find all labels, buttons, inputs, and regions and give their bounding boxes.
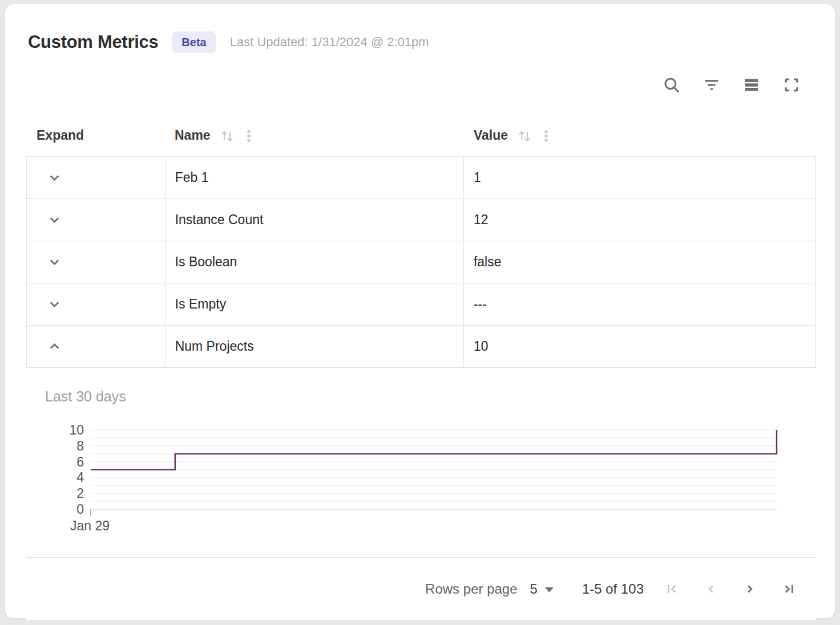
expand-cell xyxy=(27,199,165,241)
chevron-down-icon xyxy=(47,255,62,269)
column-menu-icon[interactable] xyxy=(241,127,256,144)
svg-text:Jan 29: Jan 29 xyxy=(70,518,110,533)
expand-row-button[interactable] xyxy=(44,294,65,315)
page-header: Custom Metrics Beta Last Updated: 1/31/2… xyxy=(28,27,429,58)
density-button[interactable] xyxy=(740,74,763,96)
expand-row-button[interactable] xyxy=(44,251,65,273)
row-name: Is Boolean xyxy=(175,254,237,270)
search-button[interactable] xyxy=(660,74,683,96)
expand-cell xyxy=(27,326,165,367)
chevron-down-icon xyxy=(545,587,554,592)
detail-panel: Last 30 days 0246810Jan 29 xyxy=(26,368,816,557)
svg-text:4: 4 xyxy=(76,470,84,485)
name-cell: Feb 1 xyxy=(165,157,464,198)
value-cell: 1 xyxy=(464,157,815,198)
rows-per-page-value: 5 xyxy=(530,581,538,597)
name-cell: Num Projects xyxy=(165,326,464,367)
previous-page-button[interactable] xyxy=(700,578,722,600)
row-name: Num Projects xyxy=(175,339,254,354)
name-cell: Instance Count xyxy=(165,199,464,241)
expand-row-button[interactable] xyxy=(44,336,65,357)
data-grid: Expand Name Value xyxy=(26,115,816,620)
svg-text:10: 10 xyxy=(69,423,84,437)
first-page-icon xyxy=(664,581,680,597)
expand-cell xyxy=(27,241,165,283)
expand-cell xyxy=(27,157,165,198)
value-cell: false xyxy=(464,241,815,283)
table-row: Instance Count 12 xyxy=(27,199,815,241)
row-value: --- xyxy=(474,297,487,312)
row-value: 12 xyxy=(474,212,488,228)
sort-icon xyxy=(219,127,236,144)
next-page-button[interactable] xyxy=(738,578,761,600)
chevron-right-icon xyxy=(742,581,758,597)
table-row: Is Boolean false xyxy=(27,241,815,283)
metric-chart: 0246810Jan 29 xyxy=(58,423,784,534)
name-cell: Is Empty xyxy=(165,283,464,325)
chevron-down-icon xyxy=(47,213,62,227)
first-page-button[interactable] xyxy=(661,578,684,600)
expand-row-button[interactable] xyxy=(44,167,65,188)
svg-text:2: 2 xyxy=(76,486,84,501)
pagination-buttons xyxy=(661,578,800,600)
rows-per-page-select[interactable]: 5 xyxy=(530,581,554,597)
page-title: Custom Metrics xyxy=(28,32,158,52)
density-icon xyxy=(742,75,761,95)
row-value: 1 xyxy=(474,170,481,185)
expand-cell xyxy=(27,283,165,325)
column-header-value: Value xyxy=(464,127,816,144)
row-name: Instance Count xyxy=(175,212,264,228)
chevron-down-icon xyxy=(47,171,62,185)
value-cell: --- xyxy=(464,283,815,325)
row-name: Is Empty xyxy=(175,297,226,312)
chevron-up-icon xyxy=(47,339,62,354)
column-header-expand: Expand xyxy=(26,128,165,143)
svg-text:6: 6 xyxy=(76,454,84,469)
column-header-label: Expand xyxy=(37,128,84,143)
fullscreen-icon xyxy=(782,75,801,95)
name-cell: Is Boolean xyxy=(165,241,464,283)
table-row: Is Empty --- xyxy=(27,283,815,326)
filter-icon xyxy=(702,75,721,95)
sort-by-value-button[interactable]: Value xyxy=(474,127,533,144)
fullscreen-button[interactable] xyxy=(780,74,803,96)
grid-toolbar xyxy=(660,74,803,96)
row-value: 10 xyxy=(474,339,488,354)
page-range-label: 1-5 of 103 xyxy=(582,581,644,597)
chevron-down-icon xyxy=(47,297,62,311)
expand-row-button[interactable] xyxy=(44,209,65,230)
custom-metrics-card: Custom Metrics Beta Last Updated: 1/31/2… xyxy=(5,3,835,619)
search-icon xyxy=(662,75,681,95)
last-page-button[interactable] xyxy=(777,578,800,600)
table-body: Feb 1 1 Instance Count 12 xyxy=(26,156,816,368)
sort-by-name-button[interactable]: Name xyxy=(175,127,236,144)
column-header-label: Name xyxy=(175,128,211,143)
rows-per-page-label: Rows per page xyxy=(425,581,517,597)
column-menu-icon[interactable] xyxy=(539,127,554,144)
column-header-label: Value xyxy=(474,128,508,143)
last-updated-text: Last Updated: 1/31/2024 @ 2:01pm xyxy=(230,35,429,50)
row-value: false xyxy=(474,254,502,270)
table-header-row: Expand Name Value xyxy=(26,115,816,156)
last-page-icon xyxy=(781,581,797,597)
row-name: Feb 1 xyxy=(175,170,209,185)
svg-text:0: 0 xyxy=(76,502,84,517)
value-cell: 12 xyxy=(464,199,815,241)
chart-title: Last 30 days xyxy=(45,388,126,405)
filter-button[interactable] xyxy=(700,74,723,96)
chevron-left-icon xyxy=(703,581,719,597)
table-row: Num Projects 10 xyxy=(27,326,815,368)
pagination-footer: Rows per page 5 1-5 of 103 xyxy=(26,557,816,620)
table-row: Feb 1 1 xyxy=(27,157,815,199)
beta-badge: Beta xyxy=(172,31,216,53)
svg-text:8: 8 xyxy=(76,439,84,453)
column-header-name: Name xyxy=(165,127,464,144)
value-cell: 10 xyxy=(464,326,815,367)
sort-icon xyxy=(516,127,533,144)
